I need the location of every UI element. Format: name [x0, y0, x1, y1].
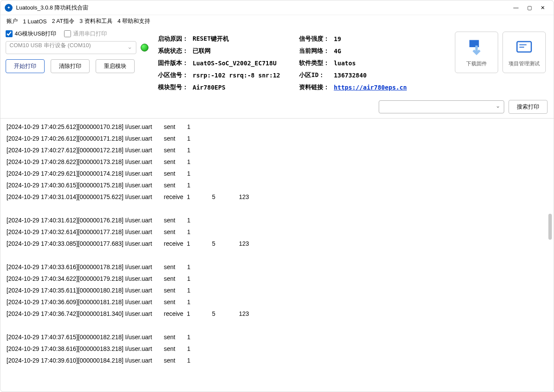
info-label: 系统状态：	[158, 45, 192, 57]
log-line: [2024-10-29 17:40:35.611][000000180.218]…	[6, 285, 548, 296]
menu-luatos[interactable]: 1 LuatOS	[23, 18, 47, 25]
window-title: Luatools_3.0.8 降功耗找合宙	[16, 4, 88, 12]
project-manage-label: 项目管理测试	[509, 60, 540, 67]
menu-at[interactable]: 2 AT指令	[52, 17, 74, 25]
info-label: 当前网络：	[299, 45, 333, 57]
search-print-button[interactable]: 搜索打印	[509, 100, 548, 114]
checkbox-serial-input[interactable]	[64, 30, 71, 37]
log-line: [2024-10-29 17:40:25.612][000000170.218]…	[6, 121, 548, 133]
close-button[interactable]: ✕	[541, 5, 545, 11]
log-line: [2024-10-29 17:40:27.612][000000172.218]…	[6, 145, 548, 156]
log-line: [2024-10-29 17:40:39.610][000000184.218]…	[6, 355, 548, 366]
project-manage-button[interactable]: 项目管理测试	[502, 32, 546, 73]
search-row: 搜索打印	[0, 98, 554, 118]
menu-help[interactable]: 4 帮助和支持	[118, 17, 151, 25]
log-line: [2024-10-29 17:40:34.622][000000179.218]…	[6, 273, 548, 285]
checkbox-usb-input[interactable]	[6, 30, 13, 37]
menu-account[interactable]: 账户	[6, 17, 18, 25]
log-line	[6, 250, 548, 261]
info-value: luatos	[334, 58, 407, 69]
info-label: 小区信号：	[158, 70, 192, 81]
log-area[interactable]: [2024-10-29 17:40:25.612][000000170.218]…	[0, 118, 554, 382]
minimize-button[interactable]: —	[513, 5, 519, 11]
checkbox-usb-label: 4G模块USB打印	[15, 30, 56, 38]
info-value: 19	[334, 33, 407, 45]
port-selected-value: COM10 USB 串行设备 (COM10)	[10, 42, 91, 48]
log-line: [2024-10-29 17:40:33.616][000000178.218]…	[6, 261, 548, 273]
start-print-button[interactable]: 开始打印	[6, 59, 45, 73]
log-line: [2024-10-29 17:40:38.616][000000183.218]…	[6, 343, 548, 355]
info-label: 启动原因：	[158, 33, 192, 45]
log-line: [2024-10-29 17:40:26.612][000000171.218]…	[6, 133, 548, 145]
log-line: [2024-10-29 17:40:33.085][000000177.683]…	[6, 238, 548, 250]
info-label: 模块型号：	[158, 82, 192, 93]
checkbox-serial-label: 通用串口打印	[73, 30, 107, 38]
info-label: 小区ID：	[299, 70, 333, 81]
log-line: [2024-10-29 17:40:31.014][000000175.622]…	[6, 191, 548, 203]
info-value: 136732840	[334, 70, 407, 81]
info-value: rsrp:-102 rsrq:-8 snr:12	[193, 70, 280, 81]
menu-resources[interactable]: 3 资料和工具	[80, 17, 113, 25]
info-value: Air780EPS	[193, 82, 280, 93]
svg-rect-1	[517, 42, 531, 52]
app-icon: ✦	[5, 4, 13, 12]
download-icon	[467, 38, 486, 57]
log-line: [2024-10-29 17:40:29.621][000000174.218]…	[6, 168, 548, 180]
checkbox-usb-print[interactable]: 4G模块USB打印	[6, 30, 56, 38]
side-buttons: 下载固件 项目管理测试	[455, 30, 548, 73]
port-combobox[interactable]: COM10 USB 串行设备 (COM10)	[6, 41, 136, 54]
log-line: [2024-10-29 17:40:28.622][000000173.218]…	[6, 156, 548, 168]
info-label: 固件版本：	[158, 58, 192, 69]
checkbox-serial-print[interactable]: 通用串口打印	[64, 30, 107, 38]
info-table-left: 启动原因：RESET键开机 系统状态：已联网 固件版本：LuatOS-SoC_V…	[157, 32, 281, 94]
restart-module-button[interactable]: 重启模块	[96, 59, 135, 73]
log-line	[6, 203, 548, 215]
menu-bar: 账户 1 LuatOS 2 AT指令 3 资料和工具 4 帮助和支持	[0, 15, 554, 27]
info-panel: 启动原因：RESET键开机 系统状态：已联网 固件版本：LuatOS-SoC_V…	[157, 30, 446, 94]
log-line: [2024-10-29 17:40:31.612][000000176.218]…	[6, 215, 548, 226]
log-line: [2024-10-29 17:40:36.609][000000181.218]…	[6, 296, 548, 308]
download-firmware-button[interactable]: 下载固件	[455, 32, 498, 73]
maximize-button[interactable]: ▢	[527, 5, 532, 11]
scrollbar-thumb[interactable]	[548, 214, 552, 240]
log-line: [2024-10-29 17:40:32.614][000000177.218]…	[6, 226, 548, 238]
log-line: [2024-10-29 17:40:36.742][000000181.340]…	[6, 308, 548, 320]
log-line: [2024-10-29 17:40:37.615][000000182.218]…	[6, 331, 548, 343]
info-label: 软件类型：	[299, 58, 333, 69]
status-led-icon	[141, 44, 148, 51]
clear-print-button[interactable]: 清除打印	[51, 59, 90, 73]
toolbar-left: 4G模块USB打印 通用串口打印 COM10 USB 串行设备 (COM10) …	[6, 30, 148, 73]
toolbar: 4G模块USB打印 通用串口打印 COM10 USB 串行设备 (COM10) …	[0, 27, 554, 98]
download-firmware-label: 下载固件	[466, 60, 487, 67]
info-label: 资料链接：	[299, 82, 333, 93]
info-label: 信号强度：	[299, 33, 333, 45]
search-combobox[interactable]	[379, 100, 504, 113]
project-icon	[515, 38, 534, 57]
info-value: LuatOS-SoC_V2002_EC718U	[193, 58, 280, 69]
log-line	[6, 320, 548, 331]
title-bar: ✦ Luatools_3.0.8 降功耗找合宙 — ▢ ✕	[0, 0, 554, 15]
log-line: [2024-10-29 17:40:30.615][000000175.218]…	[6, 180, 548, 191]
window-controls: — ▢ ✕	[513, 5, 549, 11]
info-value: 4G	[334, 45, 407, 57]
info-value: 已联网	[193, 45, 280, 57]
resource-link[interactable]: https://air780eps.cn	[334, 84, 407, 91]
info-value: RESET键开机	[193, 33, 280, 45]
info-table-right: 信号强度：19 当前网络：4G 软件类型：luatos 小区ID：1367328…	[298, 32, 408, 94]
